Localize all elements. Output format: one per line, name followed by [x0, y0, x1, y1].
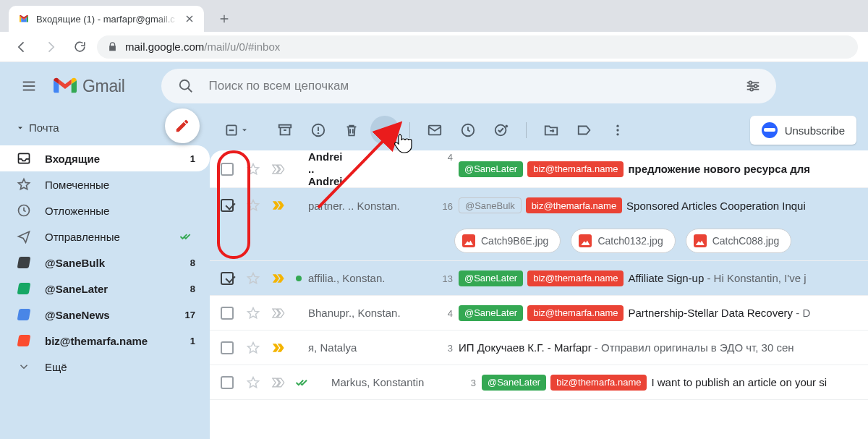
star-icon[interactable] — [243, 341, 263, 355]
label-chip[interactable]: biz@themarfa.name — [550, 375, 647, 391]
add-task-button[interactable] — [487, 116, 516, 145]
sidebar-item-6[interactable]: @SaneNews 17 — [0, 302, 210, 328]
label-chip[interactable]: @SaneBulk — [459, 197, 522, 213]
gmail-logo-text: Gmail — [82, 77, 125, 96]
importance-icon[interactable] — [269, 200, 289, 211]
sidebar-item-3[interactable]: Отправленные — [0, 223, 210, 250]
label-chip[interactable]: @SaneLater — [459, 305, 523, 321]
row-checkbox[interactable] — [217, 341, 237, 354]
presence-dot — [295, 310, 302, 317]
nav-icon — [16, 177, 32, 192]
attachment-chip[interactable]: Catch9B6E.jpg — [454, 229, 561, 253]
importance-icon[interactable] — [269, 307, 289, 319]
nav-label: Отправленные — [45, 231, 166, 243]
gmail-logo[interactable]: Gmail — [54, 77, 125, 96]
label-chip[interactable]: @SaneLater — [459, 270, 523, 286]
star-icon[interactable] — [243, 306, 263, 320]
row-checkbox[interactable] — [217, 307, 237, 320]
email-row[interactable]: Markus, Konstantin3 @SaneLater biz@thema… — [210, 365, 868, 400]
gmail-logo-icon — [54, 77, 77, 95]
presence-dot — [295, 166, 302, 173]
sidebar-item-7[interactable]: biz@themarfa.name 1 — [0, 328, 210, 354]
browser-tab[interactable]: Входящие (1) - marfapr@gmail.c — [9, 6, 204, 32]
label-chip[interactable]: @SaneLater — [482, 375, 546, 391]
app-header: Gmail — [0, 62, 868, 110]
nav-icon — [16, 229, 32, 244]
sidebar-more[interactable]: Ещё — [0, 354, 210, 380]
new-tab-button[interactable] — [214, 9, 234, 29]
email-row[interactable]: affilia., Konstan.13 @SaneLater biz@them… — [210, 261, 868, 296]
search-input[interactable] — [209, 79, 731, 93]
row-checkbox[interactable] — [217, 199, 237, 212]
sidebar-item-2[interactable]: Отложенные — [0, 197, 210, 223]
star-icon[interactable] — [243, 271, 263, 286]
attachment-name: Catch0132.jpg — [597, 235, 663, 247]
sidebar-item-5[interactable]: @SaneLater 8 — [0, 276, 210, 302]
row-checkbox[interactable] — [217, 272, 237, 285]
attachment-chip[interactable]: Catch0132.jpg — [571, 229, 675, 253]
mail-section-label: Почта — [29, 122, 59, 134]
search-bar[interactable] — [161, 69, 776, 103]
importance-icon[interactable] — [269, 163, 289, 175]
attachment-chip[interactable]: CatchC088.jpg — [686, 229, 792, 253]
svg-point-3 — [750, 88, 753, 91]
compose-button[interactable] — [165, 108, 200, 143]
email-content: ИП Докучаев К.Г. - Marfapr - Отправил ор… — [459, 341, 858, 354]
delete-button[interactable] — [337, 116, 366, 145]
sidebar-item-1[interactable]: Помеченные — [0, 171, 210, 197]
nav-label: @SaneLater — [45, 283, 177, 295]
browser-toolbar: mail.google.com/mail/u/0/#inbox — [0, 32, 868, 62]
email-content: @SaneBulk biz@themarfa.nameSponsored Art… — [459, 197, 858, 213]
unsubscribe-button[interactable]: Unsubscribe — [750, 116, 856, 145]
sidebar-item-0[interactable]: Входящие 1 — [0, 145, 210, 171]
nav-count: 1 — [190, 336, 195, 346]
label-icon — [17, 309, 31, 320]
main-menu-button[interactable] — [12, 69, 46, 103]
sidebar-item-4[interactable]: @SaneBulk 8 — [0, 250, 210, 276]
label-chip[interactable]: biz@themarfa.name — [527, 270, 624, 286]
star-icon[interactable] — [243, 375, 263, 390]
importance-icon[interactable] — [269, 342, 289, 354]
sidebar: Почта Входящие 1 Помеченные Отложенные О… — [0, 110, 210, 439]
report-spam-button[interactable] — [304, 116, 333, 145]
search-options-icon[interactable] — [739, 78, 767, 94]
snooze-button[interactable] — [454, 116, 482, 145]
email-row[interactable]: Bhanupr., Konstan.4 @SaneLater biz@thema… — [210, 296, 868, 331]
nav-label: Помеченные — [45, 179, 195, 191]
tab-close-icon[interactable] — [184, 13, 195, 25]
gmail-app: Gmail Почта Входящие 1 Помеченные Отложе… — [0, 62, 868, 439]
more-actions-button[interactable] — [603, 116, 632, 145]
label-chip[interactable]: biz@themarfa.name — [527, 161, 624, 177]
select-all-checkbox[interactable] — [221, 123, 252, 137]
email-content: @SaneLater biz@themarfa.namePartnership-… — [459, 305, 858, 321]
archive-button[interactable] — [271, 116, 299, 145]
caret-down-icon — [16, 124, 25, 132]
email-row[interactable]: Andrei.. Andrei4 @SaneLater biz@themarfa… — [210, 150, 868, 188]
row-checkbox[interactable] — [217, 163, 237, 176]
reload-button[interactable] — [68, 35, 91, 59]
back-button[interactable] — [10, 35, 33, 59]
importance-icon[interactable] — [269, 377, 289, 388]
star-icon[interactable] — [243, 162, 263, 176]
labels-button[interactable] — [570, 116, 599, 145]
label-chip[interactable]: @SaneLater — [459, 161, 523, 177]
move-to-button[interactable] — [537, 116, 566, 145]
email-row[interactable]: я, Natalya3 ИП Докучаев К.Г. - Marfapr -… — [210, 331, 868, 365]
svg-point-16 — [616, 133, 618, 135]
chevron-down-icon — [16, 360, 32, 373]
label-chip[interactable]: biz@themarfa.name — [527, 305, 624, 321]
email-row[interactable]: partner. .. Konstan.16 @SaneBulk biz@the… — [210, 188, 868, 223]
address-bar[interactable]: mail.google.com/mail/u/0/#inbox — [97, 35, 858, 59]
search-icon[interactable] — [170, 78, 202, 94]
label-chip[interactable]: biz@themarfa.name — [526, 197, 622, 213]
star-icon[interactable] — [243, 198, 263, 213]
mark-unread-button[interactable] — [420, 116, 449, 145]
row-checkbox[interactable] — [217, 376, 237, 389]
email-content: @SaneLater biz@themarfa.nameпредложение … — [459, 161, 858, 177]
forward-button[interactable] — [39, 35, 62, 59]
presence-dot — [295, 275, 302, 282]
importance-icon[interactable] — [269, 273, 289, 284]
tab-title: Входящие (1) - marfapr@gmail.c — [36, 14, 178, 25]
senders: я, Natalya3 — [308, 341, 453, 354]
download-button[interactable] — [370, 116, 399, 145]
